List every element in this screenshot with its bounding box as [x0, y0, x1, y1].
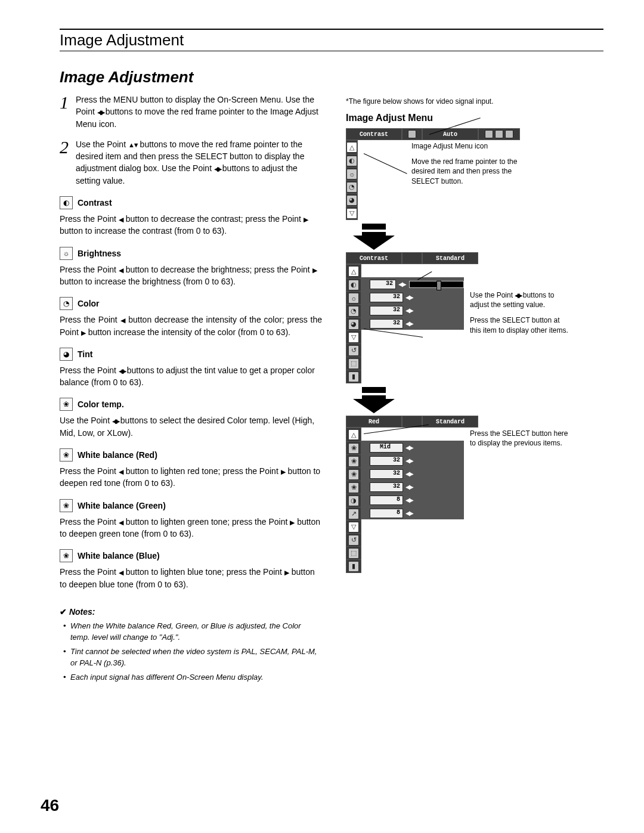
osd-value: 32 [370, 293, 403, 302]
osd-value: Mid [370, 443, 403, 453]
arrow-left-icon [119, 567, 123, 577]
arrow-left-icon [119, 517, 123, 527]
arrows-lr-icon [214, 163, 220, 173]
osd-menu-icon [402, 128, 422, 140]
arrows-lr-icon [119, 366, 125, 375]
note-item: Tint cannot be selected when the video s… [70, 646, 322, 669]
down-arrow-icon [353, 387, 395, 413]
notes-heading: Notes: [60, 607, 322, 617]
osd-value: 32 [370, 280, 396, 289]
osd-menu-2: Contrast Standard △ ◐ ☼ ◔ ◕ ▽ ↺ ⬚ ▮ [346, 252, 572, 383]
step-1: 1 Press the MENU button to display the O… [60, 94, 322, 130]
osd-sidebar: △ ❀ ❀ ❀ ❀ ◑ ↗ ▽ ↺ ⬚ ▮ [346, 428, 361, 573]
osd-sidebar: △ ◐ ☼ ◔ ◕ ▽ ↺ ⬚ ▮ [346, 264, 361, 383]
step-number: 1 [60, 94, 69, 130]
osd-menu-3: Red Standard △ ❀ ❀ ❀ ❀ ◑ ↗ ▽ ↺ [346, 416, 572, 573]
brightness-icon: ☼ [60, 247, 73, 260]
osd-value: 32 [370, 469, 403, 479]
item-colortemp: ❀Color temp. Use the Point buttons to se… [60, 398, 322, 439]
item-color: ◔Color Press the Point button decrease t… [60, 297, 322, 338]
step-number: 2 [60, 138, 69, 187]
arrows-lr-icon [515, 291, 521, 299]
arrow-right-icon [81, 327, 86, 337]
notes-list: When the White balance Red, Green, or Bl… [60, 620, 322, 683]
menu-heading: Image Adjust Menu [346, 113, 603, 123]
note-item: When the White balance Red, Green, or Bl… [70, 620, 322, 643]
wb-green-icon: ❀ [60, 499, 73, 512]
arrows-lr-icon [97, 107, 103, 116]
osd-value: 8 [370, 496, 403, 505]
callout-adjust: Use the Point buttons to adjust the sett… [470, 290, 572, 309]
item-contrast: ◐Contrast Press the Point button to decr… [60, 196, 322, 237]
callout-previous: Press the SELECT button here to display … [470, 429, 572, 448]
osd-icons [478, 128, 520, 140]
osd-value: 32 [370, 306, 403, 315]
osd-sidebar: △ ◐ ☼ ◔ ◕ ▽ [346, 140, 358, 220]
arrow-right-icon [304, 214, 308, 224]
arrows-lr-icon [112, 416, 118, 425]
item-wb-red: ❀White balance (Red) Press the Point but… [60, 448, 322, 490]
osd-mode: Standard [422, 416, 478, 428]
arrow-left-icon [119, 265, 123, 274]
contrast-icon: ◐ [60, 196, 73, 209]
arrow-right-icon [281, 466, 286, 476]
item-tint: ◕Tint Press the Point buttons to adjust … [60, 348, 322, 389]
arrow-left-icon [119, 466, 123, 476]
step-body: Press the MENU button to display the On-… [76, 94, 322, 130]
wb-red-icon: ❀ [60, 448, 73, 462]
callout-menu-icon: Image Adjust Menu icon [411, 141, 525, 151]
color-icon: ◔ [60, 297, 73, 310]
section-title: Image Adjustment [60, 68, 603, 86]
callout-select: Press the SELECT button at this item to … [470, 315, 572, 335]
osd-value: 8 [370, 509, 403, 518]
osd-mode: Standard [422, 252, 478, 264]
step-body: Use the Point buttons to move the red fr… [76, 138, 322, 187]
osd-title: Contrast [346, 252, 402, 264]
step-2: 2 Use the Point buttons to move the red … [60, 138, 322, 187]
note-item: Each input signal has different On-Scree… [70, 671, 322, 683]
callout-red-frame: Move the red frame pointer to the desire… [411, 157, 525, 186]
slider-icon [409, 281, 464, 288]
colortemp-icon: ❀ [60, 398, 73, 411]
page-number: 46 [41, 796, 59, 815]
down-arrow-icon [353, 224, 395, 250]
tint-icon: ◕ [60, 348, 73, 361]
osd-value: 32 [370, 482, 403, 492]
arrow-left-icon [119, 214, 123, 224]
arrows-ud-icon [128, 140, 138, 149]
osd-value: 32 [370, 319, 403, 329]
item-brightness: ☼Brightness Press the Point button to de… [60, 247, 322, 288]
osd-title: Contrast [346, 128, 402, 140]
osd-title: Red [346, 416, 402, 428]
item-wb-green: ❀White balance (Green) Press the Point b… [60, 499, 322, 540]
osd-menu-1: Contrast Auto △ ◐ ☼ ◔ ◕ ▽ Image A [346, 128, 525, 220]
arrow-right-icon [312, 265, 317, 274]
wb-blue-icon: ❀ [60, 549, 73, 562]
arrow-right-icon [284, 567, 289, 577]
item-wb-blue: ❀White balance (Blue) Press the Point bu… [60, 549, 322, 590]
figure-caption: *The figure below shows for video signal… [346, 97, 603, 106]
osd-value: 32 [370, 456, 403, 466]
page-header: Image Adjustment [60, 31, 603, 49]
